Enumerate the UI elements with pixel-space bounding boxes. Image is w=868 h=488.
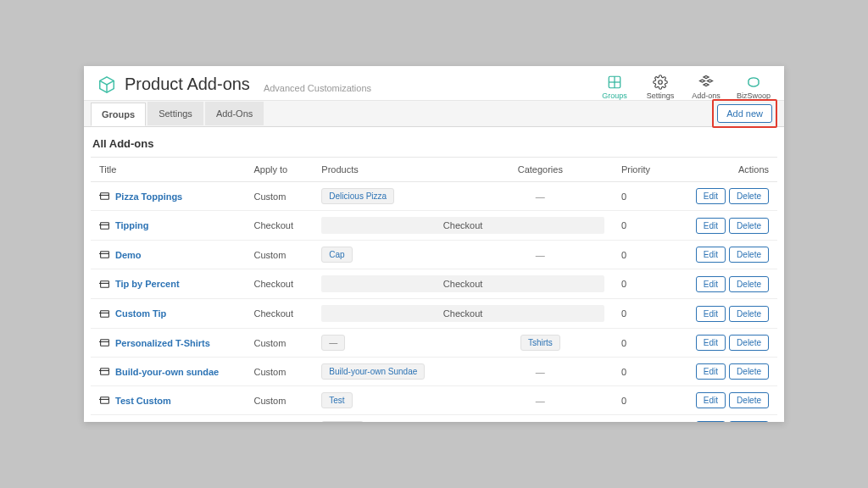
table-row: Custom TipCheckoutCheckout0EditDelete [91,299,777,329]
delete-button[interactable]: Delete [729,276,769,292]
svg-rect-4 [101,193,109,200]
edit-button[interactable]: Edit [696,276,726,292]
actions-cell: EditDelete [670,241,777,269]
apply-to-cell: Custom [245,358,313,386]
tab-addons[interactable]: Add-Ons [205,102,264,125]
add-new-button[interactable]: Add new [717,104,772,123]
apply-to-cell: Checkout [245,211,313,241]
actions-cell: EditDelete [670,415,777,423]
table-row: Build-your-own sundaeCustomBuild-your-ow… [91,358,777,386]
actions-cell: EditDelete [670,299,777,329]
page-subtitle: Advanced Customizations [264,83,371,93]
edit-button[interactable]: Edit [696,392,726,408]
delete-button[interactable]: Delete [729,188,769,204]
row-title-link[interactable]: Demo [115,250,142,260]
grid-icon [607,75,622,90]
edit-button[interactable]: Edit [696,421,726,422]
apply-to-cell: Checkout [245,299,313,329]
product-tag[interactable]: Delicious Pizza [321,188,394,204]
row-card-icon [99,337,110,348]
svg-rect-12 [101,310,109,317]
tab-groups[interactable]: Groups [91,103,146,126]
product-tag[interactable]: Build-your-own Sundae [321,363,425,380]
add-new-highlight: Add new [712,99,777,128]
product-tag[interactable]: Cap [321,247,352,263]
delete-button[interactable]: Delete [729,218,769,234]
tabs-bar: Groups Settings Add-Ons Add new [84,100,784,127]
apply-to-cell: Checkout [245,269,313,299]
priority-cell: 0 [613,182,670,211]
edit-button[interactable]: Edit [696,188,726,204]
apply-to-cell: Custom [245,182,313,211]
row-card-icon [99,191,110,202]
col-priority: Priority [613,158,670,182]
actions-cell: EditDelete [670,386,777,415]
categories-cell: — [468,358,613,386]
bizswoop-icon [746,75,761,90]
table-row: DemoCustomCap—0EditDelete [91,241,777,269]
nav-label: Groups [602,92,627,100]
nav-item-addons[interactable]: Add-ons [691,75,721,100]
nav-item-bizswoop[interactable]: BizSwoop [737,75,771,100]
delete-button[interactable]: Delete [729,363,769,380]
delete-button[interactable]: Delete [729,306,769,322]
row-title-link[interactable]: Custom Tip [115,308,166,319]
priority-cell: 0 [613,269,670,299]
table-row: Pizza ToppingsCustomDelicious Pizza—0Edi… [91,182,777,211]
page-title: Product Add-ons [125,75,250,94]
svg-point-3 [659,80,663,85]
edit-button[interactable]: Edit [696,306,726,322]
categories-cell: — [468,241,613,269]
products-cell: Hoodie [313,415,467,423]
delete-button[interactable]: Delete [729,335,769,351]
nav-label: Settings [647,92,675,100]
categories-cell: — [468,415,613,423]
actions-cell: EditDelete [670,182,777,211]
row-title-link[interactable]: Tip by Percent [115,279,180,289]
col-title: Title [91,158,245,182]
row-title-link[interactable]: Test Custom [115,396,171,406]
edit-button[interactable]: Edit [696,335,726,351]
header-left: Product Add-ons Advanced Customizations [97,75,371,94]
svg-rect-14 [101,340,109,347]
apply-to-cell: Custom [245,415,313,423]
delete-button[interactable]: Delete [729,392,769,408]
edit-button[interactable]: Edit [696,247,726,263]
content-area: All Add-ons Title Apply to Products Cate… [84,127,784,422]
row-title-link[interactable]: Personalized T-Shirts [115,338,210,348]
products-cell: Delicious Pizza [313,182,467,211]
row-card-icon [99,395,110,406]
product-tag[interactable]: Test [321,392,352,408]
app-box-icon [97,75,116,94]
row-title-link[interactable]: Build-your-own sundae [115,367,219,377]
edit-button[interactable]: Edit [696,363,726,380]
priority-cell: 0 [613,358,670,386]
svg-rect-18 [101,397,109,404]
nav-item-groups[interactable]: Groups [599,75,630,100]
app-window: Product Add-ons Advanced Customizations … [84,66,784,422]
products-cell: Cap [313,241,467,269]
svg-rect-16 [101,369,109,375]
edit-button[interactable]: Edit [696,218,726,234]
actions-cell: EditDelete [670,329,777,358]
checkout-span: Checkout [321,275,604,292]
delete-button[interactable]: Delete [729,247,769,263]
row-card-icon [99,366,110,377]
gear-icon [653,75,668,90]
nav-item-settings[interactable]: Settings [645,75,676,100]
svg-rect-6 [101,222,109,229]
product-tag[interactable]: Hoodie [321,421,364,422]
addons-table: Title Apply to Products Categories Prior… [91,157,777,422]
col-products: Products [313,158,467,182]
priority-cell: 0 [613,386,670,415]
delete-button[interactable]: Delete [729,421,769,422]
tab-settings[interactable]: Settings [147,102,203,125]
apply-to-cell: Custom [245,329,313,358]
category-tag[interactable]: Tshirts [520,335,560,351]
row-title-link[interactable]: Tipping [115,220,149,230]
row-title-link[interactable]: Pizza Toppings [115,191,182,202]
priority-cell: 0 [613,415,670,423]
priority-cell: 0 [613,241,670,269]
priority-cell: 0 [613,211,670,241]
col-categories: Categories [468,158,613,182]
